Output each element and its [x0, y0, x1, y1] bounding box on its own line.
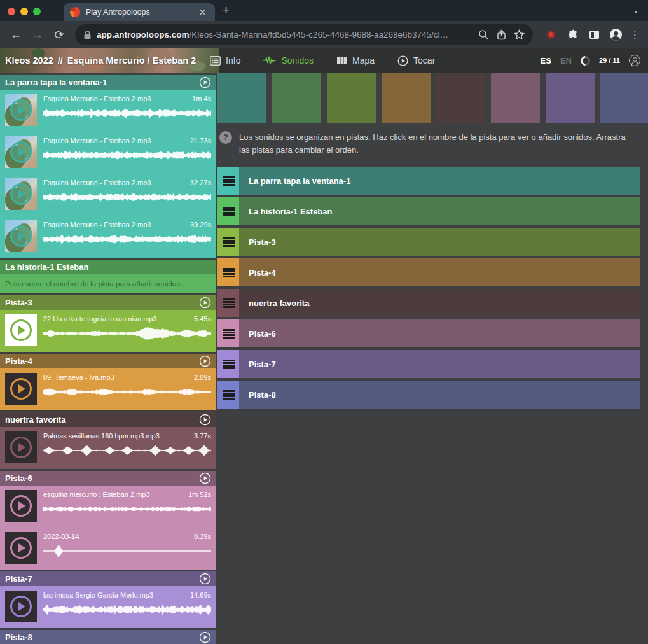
extensions-puzzle-icon[interactable]: [563, 26, 581, 44]
side-panel-icon[interactable]: [585, 26, 603, 44]
window-zoom-button[interactable]: [33, 8, 41, 15]
waveform: [43, 602, 211, 617]
clip-thumbnail[interactable]: [5, 431, 37, 463]
clip-thumbnail[interactable]: [5, 532, 37, 564]
track-swatch[interactable]: [382, 73, 431, 123]
track-row[interactable]: Pista-6: [217, 319, 640, 347]
profile-avatar-icon[interactable]: [607, 26, 624, 44]
account-icon[interactable]: [629, 55, 640, 66]
track-section-header[interactable]: Pista-3: [0, 295, 216, 310]
clip-thumbnail[interactable]: [5, 178, 37, 210]
track-play-icon[interactable]: [199, 297, 211, 309]
bookmark-star-icon[interactable]: [510, 26, 528, 44]
drag-handle[interactable]: [217, 197, 239, 225]
nav-item-info[interactable]: Info: [210, 55, 240, 66]
clip-play-icon[interactable]: [10, 495, 32, 517]
track-row-label: nuertra favorita: [249, 298, 309, 308]
help-question-icon: ?: [219, 131, 232, 144]
track-swatch[interactable]: [272, 73, 321, 123]
track-play-icon[interactable]: [199, 355, 211, 367]
clip-play-icon[interactable]: [10, 537, 32, 559]
track-row[interactable]: La parra tapa la ventana-1: [217, 167, 640, 195]
drag-handle[interactable]: [217, 319, 239, 347]
track-row-bar[interactable]: Pista-7: [239, 350, 640, 378]
zoom-page-icon[interactable]: [474, 26, 492, 44]
track-row[interactable]: Pista-7: [217, 350, 640, 378]
clip-thumbnail[interactable]: [5, 373, 37, 405]
track-row[interactable]: Pista-4: [217, 258, 640, 286]
track-row-bar[interactable]: Pista-4: [239, 258, 640, 286]
new-tab-button[interactable]: +: [215, 3, 238, 21]
browser-menu-icon[interactable]: ⋮: [628, 29, 642, 41]
tab-close-icon[interactable]: ✕: [196, 6, 209, 18]
track-swatch[interactable]: [600, 73, 648, 123]
nav-item-mapa[interactable]: Mapa: [336, 55, 375, 66]
track-section-header[interactable]: nuertra favorita: [0, 412, 216, 427]
track-play-icon[interactable]: [199, 472, 211, 484]
clip-thumbnail[interactable]: [5, 490, 37, 522]
nav-item-tocar[interactable]: Tocar: [397, 55, 435, 66]
track-swatch[interactable]: [327, 73, 376, 123]
track-row[interactable]: La historia-1 Esteban: [217, 197, 640, 225]
reload-button[interactable]: ⟳: [50, 25, 69, 45]
share-icon[interactable]: [492, 26, 510, 44]
track-section-header[interactable]: Pista-8: [0, 630, 216, 644]
track-swatch[interactable]: [546, 73, 595, 123]
clip-play-icon[interactable]: [10, 319, 32, 341]
track-swatch[interactable]: [217, 73, 266, 123]
track-row-bar[interactable]: Pista-3: [239, 228, 640, 256]
language-en-button[interactable]: EN: [560, 56, 572, 66]
clip-play-icon[interactable]: [10, 596, 32, 617]
drag-handle[interactable]: [217, 258, 239, 286]
track-row[interactable]: nuertra favorita: [217, 289, 640, 317]
track-section-header[interactable]: Pista-4: [0, 354, 216, 368]
clip-thumbnail[interactable]: [5, 220, 37, 252]
clip-thumbnail[interactable]: [5, 94, 37, 126]
tab-search-chevron-icon[interactable]: ⌄: [633, 6, 639, 15]
track-row-bar[interactable]: Pista-8: [239, 381, 640, 409]
track-section-header[interactable]: Pista-6: [0, 471, 216, 486]
clip-play-icon[interactable]: [10, 141, 32, 163]
address-bar[interactable]: app.antropoloops.com/Kleos-Santa-Marina/…: [75, 24, 533, 45]
browser-tab[interactable]: Play Antropoloops ✕: [64, 3, 215, 21]
clip-thumbnail[interactable]: [5, 591, 37, 622]
clip-play-icon[interactable]: [10, 378, 32, 400]
track-play-icon[interactable]: [199, 573, 211, 585]
track-section: Pista-409. Temaeva - Iva.mp32.09s: [0, 354, 216, 410]
waveform: [43, 543, 211, 559]
track-row[interactable]: Pista-3: [217, 228, 640, 256]
drag-handle[interactable]: [217, 167, 239, 195]
nav-item-sonidos[interactable]: Sonidos: [263, 55, 314, 66]
clip-thumbnail[interactable]: [5, 314, 37, 346]
drag-handle[interactable]: [217, 350, 239, 378]
track-section-header[interactable]: La parra tapa la ventana-1: [0, 75, 216, 90]
clip-play-icon[interactable]: [10, 437, 32, 458]
track-section-header[interactable]: La historia-1 Esteban: [0, 260, 216, 274]
track-play-icon[interactable]: [199, 631, 211, 643]
breadcrumb-project[interactable]: Kleos 2022: [5, 55, 53, 66]
track-row-bar[interactable]: La parra tapa la ventana-1: [239, 167, 640, 195]
clip-thumbnail[interactable]: [5, 136, 37, 168]
track-row[interactable]: Pista-8: [217, 381, 640, 409]
clip-filename: esquina mercurio : Esteban 2.mp3: [43, 491, 155, 498]
window-close-button[interactable]: [8, 8, 15, 15]
track-play-icon[interactable]: [199, 414, 211, 426]
clip-play-icon[interactable]: [10, 99, 32, 121]
track-play-icon[interactable]: [199, 76, 211, 88]
clip-play-icon[interactable]: [10, 225, 32, 247]
drag-handle[interactable]: [217, 381, 239, 409]
drag-handle[interactable]: [217, 289, 239, 317]
track-row-bar[interactable]: nuertra favorita: [239, 289, 640, 317]
window-minimize-button[interactable]: [20, 8, 28, 15]
track-row-bar[interactable]: La historia-1 Esteban: [239, 197, 640, 225]
back-button[interactable]: ←: [6, 25, 25, 45]
drag-handle-icon: [223, 390, 235, 400]
language-es-button[interactable]: ES: [541, 56, 551, 66]
track-swatch[interactable]: [436, 73, 485, 123]
recording-indicator-icon[interactable]: [542, 26, 560, 44]
track-row-bar[interactable]: Pista-6: [239, 319, 640, 347]
track-swatch[interactable]: [491, 73, 540, 123]
clip-play-icon[interactable]: [10, 183, 32, 205]
drag-handle[interactable]: [217, 228, 239, 256]
track-section-header[interactable]: Pista-7: [0, 571, 216, 586]
